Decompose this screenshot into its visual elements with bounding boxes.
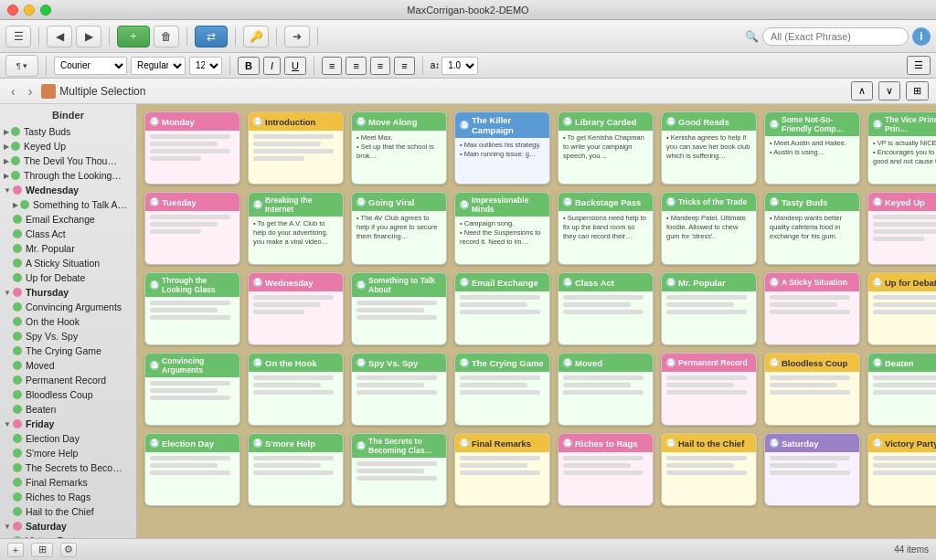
- card-class-act[interactable]: 📄 Class Act: [558, 272, 654, 345]
- sidebar-item-through[interactable]: ▶ Through the Looking…: [0, 168, 136, 183]
- card-wednesday[interactable]: 📄 Wednesday: [248, 272, 344, 345]
- card-crying-game[interactable]: 📄 The Crying Game: [454, 353, 550, 426]
- justify-button[interactable]: ≡: [394, 57, 414, 75]
- add-button[interactable]: ＋: [117, 26, 150, 48]
- card-some-not-so[interactable]: 📄 Some Not-So-Friendly Comp… Meet Austin…: [764, 111, 860, 185]
- sidebar-item-crying-game[interactable]: The Crying Game: [0, 343, 136, 358]
- card-on-the-hook[interactable]: 📄 On the Hook: [248, 353, 344, 426]
- style-selector[interactable]: Regular: [131, 57, 186, 75]
- card-move-along[interactable]: 📄 Move Along Meet Max. Set up that the s…: [351, 111, 447, 185]
- card-impressionable-minds[interactable]: 📄 Impressionable Minds Campaign song. Ne…: [454, 192, 550, 265]
- card-something-to-talk[interactable]: 📄 Something to Talk About: [351, 272, 447, 345]
- add-item-button[interactable]: +: [7, 543, 24, 557]
- card-hail-to-chief[interactable]: 📄 Hail to the Chief: [661, 433, 757, 506]
- card-spy-vs-spy[interactable]: 📄 Spy Vs. Spy: [351, 353, 447, 426]
- sidebar-item-smore-help[interactable]: S'more Help: [0, 446, 136, 460]
- add-group-button[interactable]: ⊞: [31, 543, 53, 557]
- forward-button[interactable]: ▶: [76, 26, 101, 48]
- card-moved[interactable]: 📄 Moved: [558, 353, 654, 426]
- underline-button[interactable]: U: [284, 57, 306, 75]
- traffic-lights[interactable]: [7, 5, 51, 16]
- card-monday[interactable]: 📄 Monday: [144, 111, 240, 185]
- sidebar-item-election-day[interactable]: Election Day: [0, 431, 136, 446]
- sidebar-item-thursday[interactable]: ▼ Thursday: [0, 285, 136, 300]
- card-good-reads[interactable]: 📄 Good Reads Kenisha agrees to help if y…: [661, 111, 757, 185]
- sidebar-item-permanent-record[interactable]: Permanent Record: [0, 373, 136, 387]
- card-backstage-pass[interactable]: 📄 Backstage Pass Suspensions need help t…: [558, 192, 654, 265]
- card-keyed-up[interactable]: 📄 Keyed Up: [867, 192, 936, 265]
- align-right-button[interactable]: ≡: [370, 57, 390, 75]
- card-tasty-buds[interactable]: 📄 Tasty Buds Mandeep wants better qualit…: [764, 192, 860, 265]
- card-riches-to-rags[interactable]: 📄 Riches to Rags: [558, 433, 654, 506]
- search-input[interactable]: [762, 27, 909, 46]
- card-tuesday[interactable]: 📄 Tuesday: [144, 192, 240, 265]
- spacing-selector[interactable]: 1.0: [441, 57, 478, 75]
- card-introduction[interactable]: 📄 Introduction: [248, 111, 344, 185]
- sidebar-item-beaten[interactable]: Beaten: [0, 402, 136, 417]
- sidebar-item-convincing[interactable]: Convincing Arguments: [0, 300, 136, 314]
- info-button[interactable]: i: [912, 27, 931, 46]
- sidebar-item-victory-party[interactable]: Victory Party: [0, 534, 136, 538]
- sidebar-item-mr-popular[interactable]: Mr. Popular: [0, 241, 136, 256]
- card-up-for-debate[interactable]: 📄 Up for Debate: [867, 272, 936, 345]
- card-email-exchange[interactable]: 📄 Email Exchange: [454, 272, 550, 345]
- sidebar-item-moved[interactable]: Moved: [0, 358, 136, 373]
- sidebar-item-riches[interactable]: Riches to Rags: [0, 490, 136, 504]
- align-left-button[interactable]: ≡: [322, 57, 342, 75]
- back-button[interactable]: ◀: [47, 26, 72, 48]
- list-button[interactable]: ☰: [907, 56, 931, 75]
- expand-button[interactable]: ∨: [878, 81, 900, 100]
- grid-view-button[interactable]: ⊞: [906, 81, 929, 100]
- sidebar-toggle-button[interactable]: ☰: [5, 26, 31, 48]
- sidebar-item-saturday[interactable]: ▼ Saturday: [0, 519, 136, 534]
- key-button[interactable]: 🔑: [243, 26, 269, 48]
- collapse-button[interactable]: ∧: [851, 81, 873, 100]
- sidebar-item-final-remarks[interactable]: Final Remarks: [0, 475, 136, 490]
- sidebar-item-up-for-debate[interactable]: Up for Debate: [0, 270, 136, 285]
- card-going-viral[interactable]: 📄 Going Viral The AV Club agrees to help…: [351, 192, 447, 265]
- size-selector[interactable]: 12: [189, 57, 222, 75]
- card-beaten[interactable]: 📄 Beaten: [867, 353, 936, 426]
- sidebar-item-tasty-buds[interactable]: ▶ Tasty Buds: [0, 124, 136, 139]
- settings-button[interactable]: ⚙: [60, 543, 77, 557]
- card-permanent-record[interactable]: 📄 Permanent Record: [661, 353, 757, 426]
- close-button[interactable]: [7, 5, 18, 16]
- sidebar-item-secrets[interactable]: The Secrets to Beco…: [0, 460, 136, 475]
- card-library-carded[interactable]: 📄 Library Carded To get Kenisha Chapman …: [558, 111, 654, 185]
- card-through-looking[interactable]: 📄 Through the Looking Glass: [144, 272, 240, 345]
- sidebar-item-devil[interactable]: ▶ The Devil You Thou…: [0, 153, 136, 168]
- card-convincing-arguments[interactable]: 📄 Convincing Arguments: [144, 353, 240, 426]
- sidebar-item-bloodless-coup[interactable]: Bloodless Coup: [0, 387, 136, 402]
- minimize-button[interactable]: [24, 5, 35, 16]
- delete-button[interactable]: 🗑: [154, 26, 179, 48]
- card-bloodless-coup[interactable]: 📄 Bloodless Coup: [764, 353, 860, 426]
- card-secrets[interactable]: 📄 The Secrets to Becoming Clas…: [351, 433, 447, 506]
- card-victory-party[interactable]: 📄 Victory Party: [867, 433, 936, 506]
- font-selector[interactable]: Courier: [54, 57, 127, 75]
- maximize-button[interactable]: [40, 5, 51, 16]
- card-smore-help[interactable]: 📄 S'more Help: [248, 433, 344, 506]
- card-final-remarks[interactable]: 📄 Final Remarks: [454, 433, 550, 506]
- card-saturday[interactable]: 📄 Saturday: [764, 433, 860, 506]
- italic-button[interactable]: I: [263, 57, 281, 75]
- move-button[interactable]: ⇄: [195, 26, 228, 48]
- sidebar-item-friday[interactable]: ▼ Friday: [0, 417, 136, 431]
- nav-forward-button[interactable]: ›: [25, 82, 37, 100]
- sidebar-item-wednesday[interactable]: ▼ Wednesday: [0, 183, 136, 197]
- align-center-button[interactable]: ≡: [346, 57, 366, 75]
- card-a-sticky-situation[interactable]: 📄 A Sticky Situation: [764, 272, 860, 345]
- format-style-button[interactable]: ¶ ▾: [5, 55, 38, 77]
- sidebar-item-sticky[interactable]: A Sticky Situation: [0, 256, 136, 270]
- card-vice-principal[interactable]: 📄 The Vice Principal's Prin… VP is actua…: [867, 111, 936, 185]
- bold-button[interactable]: B: [238, 57, 260, 75]
- sidebar-item-email-exchange[interactable]: Email Exchange: [0, 212, 136, 227]
- nav-back-button[interactable]: ‹: [7, 82, 19, 100]
- card-breaking-internet[interactable]: 📄 Breaking the Internet To get the A.V. …: [248, 192, 344, 265]
- card-tricks-of-trade[interactable]: 📄 Tricks of the Trade Mandeep Patel. Ult…: [661, 192, 757, 265]
- arrow-button[interactable]: ➜: [284, 26, 310, 48]
- sidebar-item-keyed-up[interactable]: ▶ Keyed Up: [0, 139, 136, 153]
- sidebar-item-hail[interactable]: Hail to the Chief: [0, 504, 136, 519]
- sidebar-item-class-act[interactable]: Class Act: [0, 227, 136, 241]
- card-mr-popular[interactable]: 📄 Mr. Popular: [661, 272, 757, 345]
- card-killer-campaign[interactable]: 📄 The Killer Campaign Max outlines his s…: [454, 111, 550, 185]
